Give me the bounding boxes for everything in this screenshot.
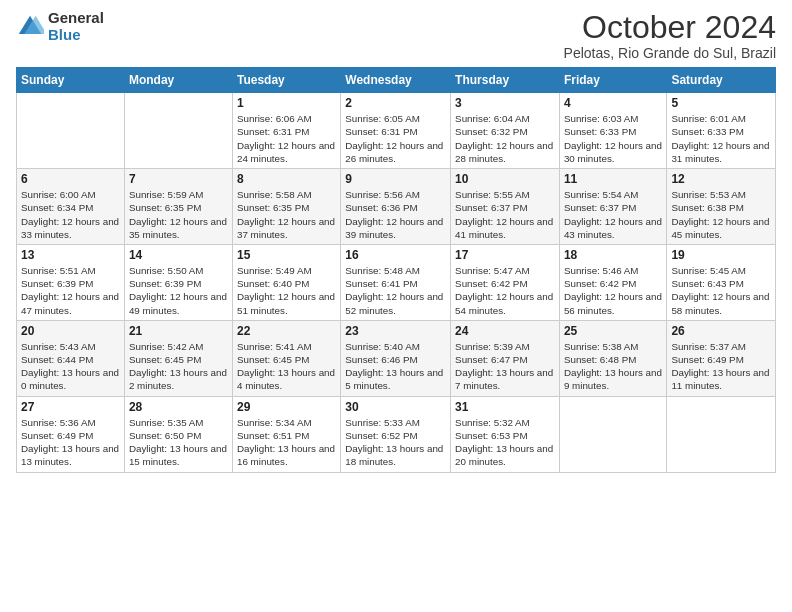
- calendar-cell: 30Sunrise: 5:33 AM Sunset: 6:52 PM Dayli…: [341, 396, 451, 472]
- calendar-cell: 1Sunrise: 6:06 AM Sunset: 6:31 PM Daylig…: [232, 93, 340, 169]
- day-number: 1: [237, 96, 336, 110]
- day-number: 15: [237, 248, 336, 262]
- calendar-cell: 9Sunrise: 5:56 AM Sunset: 6:36 PM Daylig…: [341, 169, 451, 245]
- calendar-cell: 7Sunrise: 5:59 AM Sunset: 6:35 PM Daylig…: [124, 169, 232, 245]
- calendar-cell: 18Sunrise: 5:46 AM Sunset: 6:42 PM Dayli…: [559, 244, 666, 320]
- weekday-header-wednesday: Wednesday: [341, 68, 451, 93]
- day-number: 4: [564, 96, 662, 110]
- day-info: Sunrise: 5:33 AM Sunset: 6:52 PM Dayligh…: [345, 416, 446, 469]
- weekday-header-tuesday: Tuesday: [232, 68, 340, 93]
- day-number: 26: [671, 324, 771, 338]
- month-title: October 2024: [564, 10, 776, 45]
- day-number: 12: [671, 172, 771, 186]
- calendar-cell: 23Sunrise: 5:40 AM Sunset: 6:46 PM Dayli…: [341, 320, 451, 396]
- logo-blue: Blue: [48, 27, 104, 44]
- calendar-cell: 19Sunrise: 5:45 AM Sunset: 6:43 PM Dayli…: [667, 244, 776, 320]
- day-number: 20: [21, 324, 120, 338]
- calendar-cell: 26Sunrise: 5:37 AM Sunset: 6:49 PM Dayli…: [667, 320, 776, 396]
- day-number: 11: [564, 172, 662, 186]
- calendar-cell: 17Sunrise: 5:47 AM Sunset: 6:42 PM Dayli…: [451, 244, 560, 320]
- title-block: October 2024 Pelotas, Rio Grande do Sul,…: [564, 10, 776, 61]
- day-info: Sunrise: 6:01 AM Sunset: 6:33 PM Dayligh…: [671, 112, 771, 165]
- weekday-header-thursday: Thursday: [451, 68, 560, 93]
- day-info: Sunrise: 5:42 AM Sunset: 6:45 PM Dayligh…: [129, 340, 228, 393]
- day-number: 23: [345, 324, 446, 338]
- day-number: 9: [345, 172, 446, 186]
- calendar-week-row: 20Sunrise: 5:43 AM Sunset: 6:44 PM Dayli…: [17, 320, 776, 396]
- day-info: Sunrise: 5:43 AM Sunset: 6:44 PM Dayligh…: [21, 340, 120, 393]
- day-info: Sunrise: 6:06 AM Sunset: 6:31 PM Dayligh…: [237, 112, 336, 165]
- logo: General Blue: [16, 10, 104, 43]
- day-number: 6: [21, 172, 120, 186]
- day-number: 19: [671, 248, 771, 262]
- calendar-cell: 22Sunrise: 5:41 AM Sunset: 6:45 PM Dayli…: [232, 320, 340, 396]
- calendar-cell: [124, 93, 232, 169]
- calendar-cell: 10Sunrise: 5:55 AM Sunset: 6:37 PM Dayli…: [451, 169, 560, 245]
- day-number: 18: [564, 248, 662, 262]
- day-number: 10: [455, 172, 555, 186]
- calendar-cell: 20Sunrise: 5:43 AM Sunset: 6:44 PM Dayli…: [17, 320, 125, 396]
- day-number: 3: [455, 96, 555, 110]
- day-number: 31: [455, 400, 555, 414]
- weekday-header-sunday: Sunday: [17, 68, 125, 93]
- day-info: Sunrise: 5:36 AM Sunset: 6:49 PM Dayligh…: [21, 416, 120, 469]
- day-info: Sunrise: 5:53 AM Sunset: 6:38 PM Dayligh…: [671, 188, 771, 241]
- weekday-header-monday: Monday: [124, 68, 232, 93]
- day-info: Sunrise: 5:39 AM Sunset: 6:47 PM Dayligh…: [455, 340, 555, 393]
- day-number: 16: [345, 248, 446, 262]
- day-info: Sunrise: 5:37 AM Sunset: 6:49 PM Dayligh…: [671, 340, 771, 393]
- logo-general: General: [48, 10, 104, 27]
- location-subtitle: Pelotas, Rio Grande do Sul, Brazil: [564, 45, 776, 61]
- day-info: Sunrise: 5:54 AM Sunset: 6:37 PM Dayligh…: [564, 188, 662, 241]
- calendar-cell: 6Sunrise: 6:00 AM Sunset: 6:34 PM Daylig…: [17, 169, 125, 245]
- calendar-cell: 13Sunrise: 5:51 AM Sunset: 6:39 PM Dayli…: [17, 244, 125, 320]
- calendar-cell: 12Sunrise: 5:53 AM Sunset: 6:38 PM Dayli…: [667, 169, 776, 245]
- day-number: 27: [21, 400, 120, 414]
- weekday-header-friday: Friday: [559, 68, 666, 93]
- calendar-cell: 5Sunrise: 6:01 AM Sunset: 6:33 PM Daylig…: [667, 93, 776, 169]
- weekday-header-saturday: Saturday: [667, 68, 776, 93]
- day-info: Sunrise: 6:00 AM Sunset: 6:34 PM Dayligh…: [21, 188, 120, 241]
- calendar-cell: [559, 396, 666, 472]
- calendar-cell: [667, 396, 776, 472]
- calendar-cell: 29Sunrise: 5:34 AM Sunset: 6:51 PM Dayli…: [232, 396, 340, 472]
- calendar-cell: 24Sunrise: 5:39 AM Sunset: 6:47 PM Dayli…: [451, 320, 560, 396]
- calendar-cell: 25Sunrise: 5:38 AM Sunset: 6:48 PM Dayli…: [559, 320, 666, 396]
- day-info: Sunrise: 5:58 AM Sunset: 6:35 PM Dayligh…: [237, 188, 336, 241]
- calendar-week-row: 1Sunrise: 6:06 AM Sunset: 6:31 PM Daylig…: [17, 93, 776, 169]
- calendar-cell: 16Sunrise: 5:48 AM Sunset: 6:41 PM Dayli…: [341, 244, 451, 320]
- day-number: 14: [129, 248, 228, 262]
- logo-text: General Blue: [48, 10, 104, 43]
- weekday-header-row: SundayMondayTuesdayWednesdayThursdayFrid…: [17, 68, 776, 93]
- day-info: Sunrise: 5:48 AM Sunset: 6:41 PM Dayligh…: [345, 264, 446, 317]
- day-info: Sunrise: 5:45 AM Sunset: 6:43 PM Dayligh…: [671, 264, 771, 317]
- calendar-cell: 15Sunrise: 5:49 AM Sunset: 6:40 PM Dayli…: [232, 244, 340, 320]
- day-number: 28: [129, 400, 228, 414]
- page: General Blue October 2024 Pelotas, Rio G…: [0, 0, 792, 612]
- calendar-cell: 31Sunrise: 5:32 AM Sunset: 6:53 PM Dayli…: [451, 396, 560, 472]
- day-number: 29: [237, 400, 336, 414]
- calendar-cell: 8Sunrise: 5:58 AM Sunset: 6:35 PM Daylig…: [232, 169, 340, 245]
- calendar-cell: 2Sunrise: 6:05 AM Sunset: 6:31 PM Daylig…: [341, 93, 451, 169]
- calendar-week-row: 27Sunrise: 5:36 AM Sunset: 6:49 PM Dayli…: [17, 396, 776, 472]
- day-number: 21: [129, 324, 228, 338]
- day-info: Sunrise: 5:59 AM Sunset: 6:35 PM Dayligh…: [129, 188, 228, 241]
- calendar-table: SundayMondayTuesdayWednesdayThursdayFrid…: [16, 67, 776, 472]
- calendar-cell: 4Sunrise: 6:03 AM Sunset: 6:33 PM Daylig…: [559, 93, 666, 169]
- day-number: 22: [237, 324, 336, 338]
- calendar-week-row: 13Sunrise: 5:51 AM Sunset: 6:39 PM Dayli…: [17, 244, 776, 320]
- day-number: 30: [345, 400, 446, 414]
- day-info: Sunrise: 5:47 AM Sunset: 6:42 PM Dayligh…: [455, 264, 555, 317]
- day-number: 13: [21, 248, 120, 262]
- header: General Blue October 2024 Pelotas, Rio G…: [16, 10, 776, 61]
- day-info: Sunrise: 5:34 AM Sunset: 6:51 PM Dayligh…: [237, 416, 336, 469]
- day-number: 5: [671, 96, 771, 110]
- day-info: Sunrise: 5:32 AM Sunset: 6:53 PM Dayligh…: [455, 416, 555, 469]
- day-number: 24: [455, 324, 555, 338]
- calendar-cell: [17, 93, 125, 169]
- day-number: 7: [129, 172, 228, 186]
- day-info: Sunrise: 6:03 AM Sunset: 6:33 PM Dayligh…: [564, 112, 662, 165]
- day-info: Sunrise: 5:38 AM Sunset: 6:48 PM Dayligh…: [564, 340, 662, 393]
- logo-icon: [16, 13, 44, 41]
- calendar-cell: 27Sunrise: 5:36 AM Sunset: 6:49 PM Dayli…: [17, 396, 125, 472]
